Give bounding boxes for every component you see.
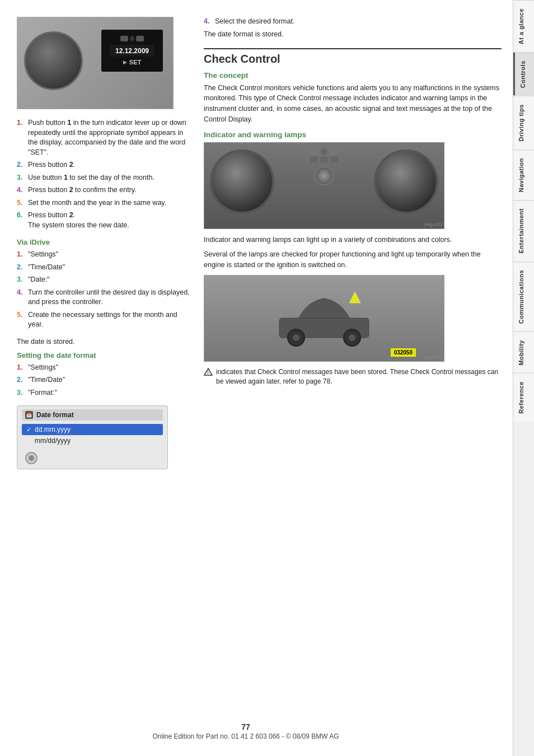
warning-triangle-icon: ! bbox=[204, 368, 213, 376]
warning-note: ! indicates that Check Control messages … bbox=[204, 367, 502, 386]
df-s3-text: "Format:" bbox=[28, 388, 57, 398]
format-option-1: ✓ dd.mm.yyyy bbox=[22, 424, 163, 435]
step-3-text: Use button 1 to set the day of the month… bbox=[28, 173, 154, 183]
step-4-num: 4. bbox=[17, 185, 25, 195]
date-format-heading: Setting the date format bbox=[17, 351, 190, 360]
footer-text: Online Edition for Part no. 01 41 2 603 … bbox=[152, 732, 339, 740]
step-5-text: Set the month and the year in the same w… bbox=[28, 198, 166, 208]
idrive-s5-num: 5. bbox=[17, 310, 25, 330]
warning-note-text: indicates that Check Control messages ha… bbox=[216, 367, 502, 386]
checkmark-icon: ✓ bbox=[26, 426, 31, 433]
date-format-dialog-image: 📅 Date format ✓ dd.mm.yyyy ✓ mm/dd/yyyy bbox=[17, 405, 168, 469]
step-4-text: Press button 2 to confirm the entry. bbox=[28, 185, 137, 195]
idrive-s5-text: Create the necessary settings for the mo… bbox=[28, 310, 190, 330]
df-s1-text: "Settings" bbox=[28, 363, 58, 373]
indicator-text-2: Several of the lamps are checked for pro… bbox=[204, 249, 502, 270]
right-step-4: 4. Select the desired format. bbox=[204, 17, 502, 27]
idrive-step-2: 2. "Time/Date" bbox=[17, 263, 190, 273]
step-5: 5. Set the month and the year in the sam… bbox=[17, 198, 190, 208]
df-step-3: 3. "Format:" bbox=[17, 388, 190, 398]
instrument-annotation: img-001 bbox=[424, 222, 443, 227]
sidebar-tabs: At a glance Controls Driving tips Naviga… bbox=[513, 0, 534, 756]
indicator-lamps-title: Indicator and warning lamps bbox=[204, 130, 502, 139]
tab-communications[interactable]: Communications bbox=[513, 262, 535, 332]
car-svg bbox=[268, 287, 380, 349]
set-display: SET bbox=[129, 59, 141, 66]
idrive-s4-text: Turn the controller until the desired da… bbox=[28, 288, 190, 307]
tab-mobility[interactable]: Mobility bbox=[513, 332, 535, 374]
indicator-text-1: Indicator and warning lamps can light up… bbox=[204, 235, 502, 245]
idrive-s3-text: "Date:" bbox=[28, 275, 50, 285]
step-6-text: Press button 2.The system stores the new… bbox=[28, 211, 129, 230]
svg-marker-5 bbox=[349, 292, 360, 303]
step-3: 3. Use button 1 to set the day of the mo… bbox=[17, 173, 190, 183]
format-stored-note: The date format is stored. bbox=[204, 30, 502, 38]
via-idrive-steps: 1. "Settings" 2. "Time/Date" 3. "Date:" … bbox=[17, 250, 190, 330]
step-5-num: 5. bbox=[17, 198, 25, 208]
step-2-text: Press button 2. bbox=[28, 160, 75, 170]
concept-subtitle: The concept bbox=[204, 71, 502, 80]
page-footer: 77 Online Edition for Part no. 01 41 2 6… bbox=[0, 722, 491, 740]
svg-text:!: ! bbox=[207, 370, 209, 375]
idrive-step-5: 5. Create the necessary settings for the… bbox=[17, 310, 190, 330]
idrive-step-1: 1. "Settings" bbox=[17, 250, 190, 260]
step-1: 1. Push button 1 in the turn indicator l… bbox=[17, 118, 190, 157]
concept-text: The Check Control monitors vehicle funct… bbox=[204, 83, 502, 125]
tab-reference[interactable]: Reference bbox=[513, 373, 535, 422]
df-s2-num: 2. bbox=[17, 375, 25, 385]
car-label: 032050 bbox=[391, 348, 416, 357]
df-step-2: 2. "Time/Date" bbox=[17, 375, 190, 385]
step-2: 2. Press button 2. bbox=[17, 160, 190, 170]
step-3-num: 3. bbox=[17, 173, 25, 183]
check-control-title: Check Control bbox=[204, 48, 502, 66]
idrive-s2-text: "Time/Date" bbox=[28, 263, 65, 273]
df-s2-text: "Time/Date" bbox=[28, 375, 65, 385]
svg-point-3 bbox=[293, 334, 299, 341]
idrive-s1-num: 1. bbox=[17, 250, 25, 260]
tab-navigation[interactable]: Navigation bbox=[513, 150, 535, 200]
format-1-text: dd.mm.yyyy bbox=[35, 426, 71, 433]
idrive-s1-text: "Settings" bbox=[28, 250, 58, 260]
car-annotation: img-002 bbox=[424, 354, 443, 360]
tab-entertainment[interactable]: Entertainment bbox=[513, 200, 535, 261]
right-column: 4. Select the desired format. The date f… bbox=[204, 17, 507, 469]
calendar-icon: 📅 bbox=[25, 411, 33, 419]
main-steps-list: 1. Push button 1 in the turn indicator l… bbox=[17, 118, 190, 230]
idrive-s4-num: 4. bbox=[17, 288, 25, 307]
df-s1-num: 1. bbox=[17, 363, 25, 373]
step-6-num: 6. bbox=[17, 211, 25, 230]
dashboard-image: 12.12.2009 ▶ SET 001-001 bbox=[17, 17, 174, 109]
image-annotation: 001-001 bbox=[153, 102, 172, 108]
idrive-step-3: 3. "Date:" bbox=[17, 275, 190, 285]
step-1-num: 1. bbox=[17, 118, 25, 157]
step-1-text: Push button 1 in the turn indicator leve… bbox=[28, 118, 190, 157]
step-6: 6. Press button 2.The system stores the … bbox=[17, 211, 190, 230]
via-idrive-heading: Via iDrive bbox=[17, 238, 190, 246]
page-number: 77 bbox=[0, 722, 491, 731]
tab-driving-tips[interactable]: Driving tips bbox=[513, 96, 535, 150]
svg-point-4 bbox=[349, 334, 355, 341]
idrive-step-4: 4. Turn the controller until the desired… bbox=[17, 288, 190, 307]
step-4: 4. Press button 2 to confirm the entry. bbox=[17, 185, 190, 195]
idrive-s2-num: 2. bbox=[17, 263, 25, 273]
right-s4-num: 4. bbox=[204, 17, 212, 27]
dialog-title: Date format bbox=[36, 411, 74, 419]
date-stored-note: The date is stored. bbox=[17, 338, 190, 346]
step-2-num: 2. bbox=[17, 160, 25, 170]
left-column: 12.12.2009 ▶ SET 001-001 1. bbox=[17, 17, 190, 469]
idrive-s3-num: 3. bbox=[17, 275, 25, 285]
date-format-steps: 1. "Settings" 2. "Time/Date" 3. "Format:… bbox=[17, 363, 190, 398]
dialog-title-bar: 📅 Date format bbox=[22, 409, 163, 421]
df-step-1: 1. "Settings" bbox=[17, 363, 190, 373]
tab-at-a-glance[interactable]: At a glance bbox=[513, 0, 535, 52]
instrument-cluster-image: img-001 bbox=[204, 142, 444, 229]
format-2-text: mm/dd/yyyy bbox=[35, 437, 71, 445]
date-display: 12.12.2009 bbox=[115, 47, 149, 55]
format-option-2: ✓ mm/dd/yyyy bbox=[22, 435, 163, 446]
car-warning-image: 032050 img-002 bbox=[204, 275, 444, 362]
df-s3-num: 3. bbox=[17, 388, 25, 398]
tab-controls[interactable]: Controls bbox=[513, 52, 535, 96]
right-s4-text: Select the desired format. bbox=[215, 17, 294, 27]
